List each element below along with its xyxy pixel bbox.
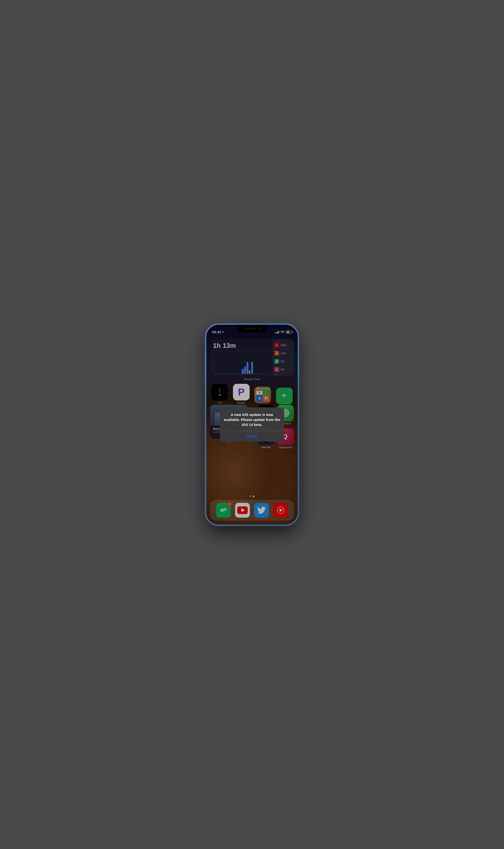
- alert-dialog: A new iOS update is now available. Pleas…: [220, 407, 284, 442]
- dialog-close-label: Close: [247, 434, 257, 439]
- dialog-message: A new iOS update is now available. Pleas…: [224, 412, 280, 427]
- phone-screen: 09:43 ✈: [206, 325, 298, 525]
- dialog-close-button[interactable]: Close: [220, 431, 284, 442]
- alert-dialog-overlay: A new iOS update is now available. Pleas…: [206, 325, 298, 525]
- phone-frame: 09:43 ✈: [205, 324, 299, 525]
